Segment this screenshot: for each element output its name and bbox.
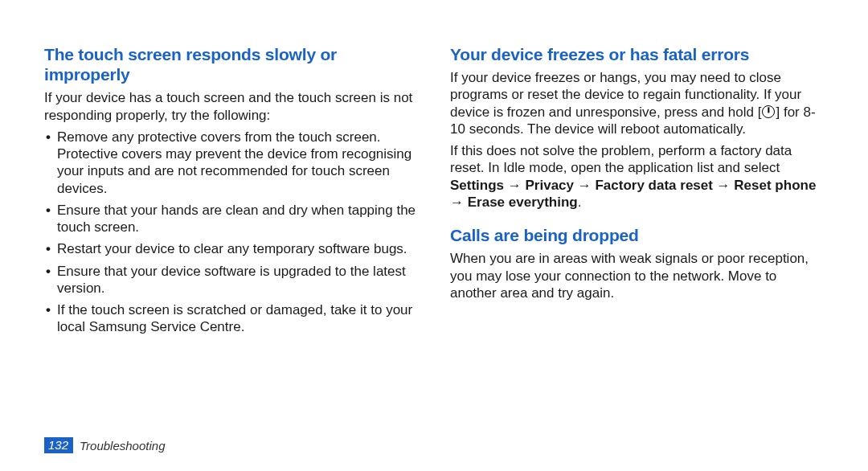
heading-freezes: Your device freezes or has fatal errors — [450, 44, 824, 64]
settings-path: Settings → Privacy → Factory data reset … — [450, 178, 816, 210]
list-item: Remove any protective covers from the to… — [44, 129, 418, 197]
bullet-list: Remove any protective covers from the to… — [44, 129, 418, 336]
list-item: Restart your device to clear any tempora… — [44, 240, 418, 257]
paragraph-freezes-1: If your device freezes or hangs, you may… — [450, 69, 824, 137]
text-segment: . — [578, 195, 582, 210]
power-icon — [762, 105, 775, 118]
footer-section-label: Troubleshooting — [80, 439, 165, 453]
page-footer: 132 Troubleshooting — [44, 437, 166, 453]
paragraph-freezes-2: If this does not solve the problem, perf… — [450, 142, 824, 211]
paragraph-calls-dropped: When you are in areas with weak signals … — [450, 250, 824, 301]
text-segment: If your device freezes or hangs, you may… — [450, 70, 801, 120]
page-number: 132 — [44, 437, 73, 453]
left-column: The touch screen responds slowly or impr… — [44, 44, 418, 336]
list-item: If the touch screen is scratched or dama… — [44, 301, 418, 336]
list-item: Ensure that your device software is upgr… — [44, 263, 418, 297]
text-segment: If this does not solve the problem, perf… — [450, 143, 792, 175]
heading-calls-dropped: Calls are being dropped — [450, 225, 824, 245]
right-column: Your device freezes or has fatal errors … — [450, 44, 824, 336]
list-item: Ensure that your hands are clean and dry… — [44, 202, 418, 236]
page-content: The touch screen responds slowly or impr… — [0, 0, 868, 336]
heading-touchscreen: The touch screen responds slowly or impr… — [44, 44, 418, 84]
intro-touchscreen: If your device has a touch screen and th… — [44, 89, 418, 124]
